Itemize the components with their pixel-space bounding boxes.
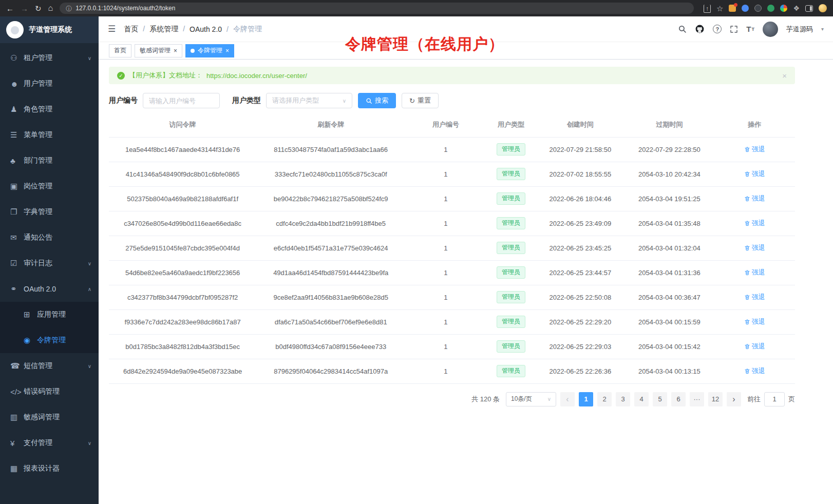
force-logout-button[interactable]: 强退 — [744, 342, 765, 351]
extension-badge-icon[interactable] — [729, 5, 736, 12]
force-logout-button[interactable]: 强退 — [744, 366, 765, 376]
breadcrumb-item[interactable]: OAuth 2.0 — [190, 25, 233, 33]
force-logout-button[interactable]: 强退 — [744, 145, 765, 154]
browser-profile-avatar[interactable] — [819, 4, 827, 12]
sidebar-item[interactable]: ⊞ 应用管理 — [0, 302, 99, 327]
doc-link[interactable]: https://doc.iocoder.cn/user-center/ — [206, 72, 307, 80]
user-id-label: 用户编号 — [109, 96, 138, 105]
goto-page-input[interactable] — [764, 392, 785, 406]
github-icon[interactable] — [695, 24, 705, 34]
user-id-cell: 1 — [405, 285, 486, 309]
user-type-badge: 管理员 — [497, 365, 525, 377]
app-icon: ⊞ — [24, 310, 37, 319]
prev-page-button[interactable] — [560, 392, 575, 406]
force-logout-button[interactable]: 强退 — [744, 317, 765, 326]
sidebar-item-label: 报表设计器 — [24, 464, 60, 473]
browser-reload-icon[interactable] — [35, 5, 42, 12]
expire-time-cell: 2054-03-04 19:51:25 — [625, 186, 714, 211]
font-size-icon[interactable] — [746, 25, 754, 33]
user-type-cell: 管理员 — [486, 309, 536, 334]
page-tab[interactable]: 首页 — [109, 44, 131, 57]
actions-cell: 强退 — [714, 285, 795, 309]
browser-back-icon[interactable] — [6, 5, 14, 12]
user-id-input[interactable] — [143, 93, 220, 108]
help-icon[interactable] — [713, 25, 722, 33]
page-number-button[interactable]: 6 — [671, 392, 686, 406]
search-button[interactable]: 搜索 — [358, 93, 396, 108]
user-type-cell: 管理员 — [486, 260, 536, 285]
sidebar-item[interactable]: ⚭ OAuth 2.0 ∧ — [0, 276, 99, 302]
sidebar-item[interactable]: ▣ 岗位管理 — [0, 173, 99, 199]
sidebar-item[interactable]: ▦ 报表设计器 — [0, 456, 99, 481]
table-row: 54d6be82ee5a460a9aedc1f9bf223656 49d1aa4… — [109, 260, 795, 285]
report-designer-icon: ▦ — [10, 464, 24, 473]
page-number-button[interactable]: ··· — [690, 392, 704, 406]
sidebar-item[interactable]: ✉ 通知公告 — [0, 225, 99, 250]
tab-close-icon[interactable] — [225, 48, 229, 54]
site-info-icon[interactable] — [66, 4, 72, 13]
delete-icon — [744, 319, 750, 325]
sidebar-item[interactable]: ◉ 令牌管理 — [0, 327, 99, 353]
page-number-button[interactable]: 3 — [616, 392, 630, 406]
sidebar-item[interactable]: ¥ 支付管理 ∨ — [0, 430, 99, 456]
page-size-select[interactable]: 10条/页 — [506, 392, 556, 406]
search-icon[interactable] — [678, 25, 687, 33]
sidebar-item[interactable]: ⚇ 租户管理 ∨ — [0, 45, 99, 71]
user-menu-caret-icon[interactable] — [821, 26, 824, 32]
next-page-button[interactable] — [727, 392, 741, 406]
extensions-puzzle-icon[interactable] — [793, 5, 800, 12]
access-token-cell: f9336e7c7dd242a283ee98dc86b17a87 — [109, 309, 256, 334]
alert-close-icon[interactable] — [782, 71, 787, 80]
browser-forward-icon[interactable] — [21, 5, 28, 12]
user-avatar[interactable] — [763, 22, 778, 37]
force-logout-button[interactable]: 强退 — [744, 219, 765, 228]
sidebar-panel-icon[interactable] — [805, 5, 813, 12]
sidebar-item[interactable]: ☰ 菜单管理 — [0, 122, 99, 148]
blue-extension-icon[interactable] — [742, 5, 749, 12]
force-logout-button[interactable]: 强退 — [744, 293, 765, 302]
collapse-menu-icon[interactable] — [108, 24, 116, 34]
sidebar-item[interactable]: ❐ 字典管理 — [0, 199, 99, 225]
dark-extension-icon[interactable] — [754, 5, 762, 12]
page-number-button[interactable]: 1 — [579, 392, 593, 406]
browser-home-icon[interactable] — [48, 4, 53, 12]
tab-close-icon[interactable] — [174, 48, 177, 54]
force-logout-button[interactable]: 强退 — [744, 243, 765, 253]
user-type-cell: 管理员 — [486, 211, 536, 236]
share-icon[interactable] — [704, 5, 711, 12]
green-extension-icon[interactable] — [767, 5, 774, 12]
page-number-button[interactable]: 4 — [634, 392, 649, 406]
delete-icon — [744, 220, 750, 226]
breadcrumb-item[interactable]: 令牌管理 — [233, 25, 262, 34]
page-tab[interactable]: 敏感词管理 — [135, 44, 182, 57]
page-content: 【用户体系】文档地址： https://doc.iocoder.cn/user-… — [99, 60, 833, 504]
fullscreen-icon[interactable] — [730, 25, 738, 33]
sidebar-item-label: 租户管理 — [24, 53, 52, 63]
sidebar-item[interactable]: ☎ 短信管理 ∨ — [0, 353, 99, 379]
breadcrumb-item[interactable]: 系统管理 — [149, 25, 190, 34]
breadcrumb-item[interactable]: 首页 — [124, 25, 149, 34]
user-id-cell: 1 — [405, 236, 486, 260]
address-bar[interactable]: 127.0.0.1:1024/system/oauth2/token — [60, 3, 694, 14]
reset-button[interactable]: 重置 — [402, 93, 439, 108]
sidebar-item[interactable]: ☑ 审计日志 ∨ — [0, 250, 99, 276]
user-type-select[interactable]: 请选择用户类型 — [266, 93, 352, 108]
page-number-button[interactable]: 5 — [653, 392, 667, 406]
page-number-button[interactable]: 2 — [597, 392, 612, 406]
sidebar-item[interactable]: </> 错误码管理 — [0, 379, 99, 404]
force-logout-button[interactable]: 强退 — [744, 268, 765, 277]
page-number-button[interactable]: 12 — [708, 392, 723, 406]
sidebar-item[interactable]: ♟ 角色管理 — [0, 96, 99, 122]
sidebar-item[interactable]: ▥ 敏感词管理 — [0, 404, 99, 430]
sidebar-item[interactable]: ♣ 部门管理 — [0, 148, 99, 173]
force-logout-button[interactable]: 强退 — [744, 169, 765, 179]
force-logout-button[interactable]: 强退 — [744, 194, 765, 203]
sidebar-item[interactable]: ☻ 用户管理 — [0, 71, 99, 96]
create-time-cell: 2022-06-25 22:26:36 — [536, 359, 625, 383]
page-tab[interactable]: 令牌管理 — [185, 44, 234, 57]
sidebar-item-label: 角色管理 — [24, 105, 52, 114]
colorful-extension-icon[interactable] — [780, 5, 787, 12]
user-name[interactable]: 芋道源码 — [786, 25, 813, 34]
app-logo-row[interactable]: 芋道管理系统 — [0, 16, 99, 43]
bookmark-star-icon[interactable] — [716, 5, 723, 12]
